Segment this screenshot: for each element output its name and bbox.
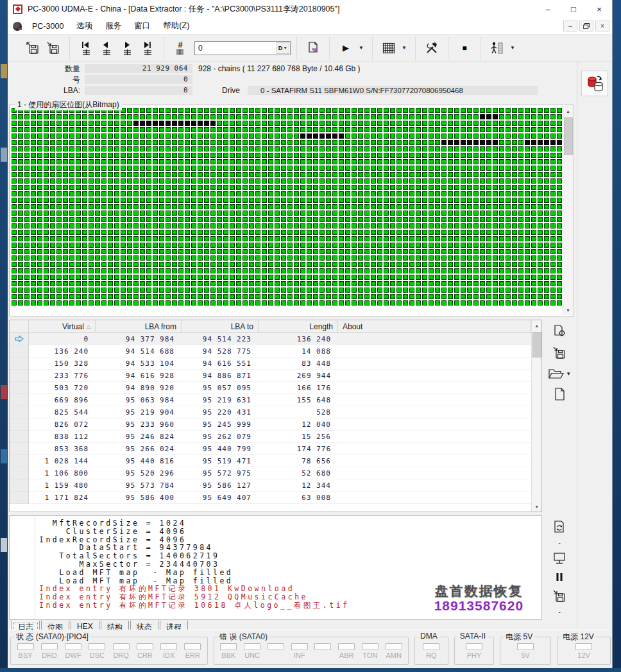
bitmap-cell-used[interactable] [339,288,344,293]
bitmap-cell-used[interactable] [24,172,30,177]
bitmap-cell-used[interactable] [101,178,106,184]
bitmap-cell-used[interactable] [44,281,49,286]
bitmap-cell-used[interactable] [467,217,472,222]
bitmap-cell-used[interactable] [18,275,23,280]
bitmap-cell-used[interactable] [409,114,414,119]
bitmap-cell-used[interactable] [44,230,49,235]
bitmap-cell-used[interactable] [319,166,325,171]
bitmap-cell-used[interactable] [390,172,395,177]
bitmap-cell-used[interactable] [204,108,209,113]
bitmap-cell-used[interactable] [133,127,139,132]
bitmap-cell-used[interactable] [377,223,382,228]
bitmap-cell-used[interactable] [172,134,177,139]
bitmap-cell-used[interactable] [326,300,331,306]
bitmap-cell-used[interactable] [210,275,216,280]
table-row[interactable]: 1 159 48095 573 78495 586 12712 344 [10,479,531,492]
bitmap-cell-used[interactable] [146,204,151,209]
bitmap-cell-used[interactable] [185,146,190,151]
bitmap-cell-used[interactable] [146,108,151,113]
bitmap-cell-used[interactable] [544,223,549,228]
bitmap-cell-used[interactable] [538,191,543,196]
bitmap-cell-used[interactable] [480,281,485,286]
bitmap-cell-used[interactable] [326,146,331,151]
bitmap-cell-used[interactable] [441,172,447,177]
table-row[interactable]: 853 36895 266 02495 440 799174 776 [10,443,531,455]
bitmap-cell-used[interactable] [518,134,523,139]
bitmap-cell-used[interactable] [435,185,440,190]
bitmap-cell-used[interactable] [133,255,139,261]
bitmap-cell-used[interactable] [37,114,42,119]
bitmap-cell-used[interactable] [486,243,491,248]
bitmap-cell-used[interactable] [518,262,523,267]
bitmap-cell-used[interactable] [364,243,370,248]
bitmap-cell-used[interactable] [172,300,177,306]
bitmap-cell-used[interactable] [435,204,440,209]
bitmap-cell-used[interactable] [76,243,81,248]
bitmap-cell-used[interactable] [307,300,312,306]
bitmap-cell-used[interactable] [95,230,100,235]
bitmap-cell-used[interactable] [217,236,222,241]
bitmap-cell-used[interactable] [121,114,126,119]
bitmap-cell-used[interactable] [384,223,389,228]
report-settings-button[interactable] [552,323,567,339]
bitmap-cell-used[interactable] [403,294,408,299]
bitmap-cell-used[interactable] [69,223,74,228]
bitmap-cell-used[interactable] [364,300,370,306]
bitmap-cell-used[interactable] [326,262,331,267]
bitmap-cell-used[interactable] [499,236,504,241]
bitmap-cell-used[interactable] [242,288,248,293]
bitmap-cell-used[interactable] [18,249,23,254]
bitmap-cell-used[interactable] [166,204,171,209]
bitmap-cell-used[interactable] [550,217,556,222]
bitmap-cell-used[interactable] [377,249,382,254]
bitmap-cell-used[interactable] [499,134,504,139]
bitmap-cell-used[interactable] [332,159,337,164]
bitmap-cell-used[interactable] [275,236,280,241]
bitmap-cell-used[interactable] [448,211,453,216]
bitmap-cell-used[interactable] [461,146,466,151]
bitmap-cell-used[interactable] [121,134,126,139]
bitmap-cell-used[interactable] [332,166,337,171]
bitmap-cell-used[interactable] [364,198,370,203]
bitmap-cell-used[interactable] [287,198,293,203]
bitmap-cell-used[interactable] [153,223,158,228]
bitmap-cell-used[interactable] [287,268,293,273]
bitmap-cell-used[interactable] [82,178,87,184]
bitmap-cell-used[interactable] [429,198,434,203]
bitmap-cell-used[interactable] [12,236,17,241]
bitmap-cell-used[interactable] [82,223,87,228]
bitmap-cell-used[interactable] [191,198,196,203]
bitmap-cell-used[interactable] [518,172,523,177]
bitmap-cell-used[interactable] [339,262,344,267]
bitmap-cell-used[interactable] [544,166,549,171]
bitmap-cell-used[interactable] [435,236,440,241]
bitmap-cell-used[interactable] [390,268,395,273]
bitmap-cell-used-bad[interactable] [185,121,190,126]
bitmap-cell-used[interactable] [76,178,81,184]
bitmap-cell-used[interactable] [101,172,106,177]
bitmap-cell-used[interactable] [153,281,158,286]
bitmap-cell-used[interactable] [300,217,305,222]
bitmap-cell-used[interactable] [345,288,350,293]
bitmap-cell-used[interactable] [121,146,126,151]
bitmap-cell-used[interactable] [178,108,183,113]
bitmap-cell-used[interactable] [313,230,318,235]
bitmap-cell-used[interactable] [454,127,459,132]
bitmap-cell-used[interactable] [18,255,23,261]
bitmap-cell-used[interactable] [287,191,293,196]
bitmap-cell-used[interactable] [268,198,273,203]
bitmap-cell-used[interactable] [121,281,126,286]
bitmap-cell-used[interactable] [108,166,113,171]
bitmap-cell-used[interactable] [396,178,402,184]
bitmap-cell-used[interactable] [319,230,325,235]
bitmap-cell-used[interactable] [390,146,395,151]
bitmap-cell-used[interactable] [37,262,42,267]
bitmap-cell-used[interactable] [50,204,55,209]
bitmap-cell-used[interactable] [95,185,100,190]
bitmap-cell-used[interactable] [307,281,312,286]
bitmap-cell-used[interactable] [441,236,447,241]
bitmap-cell-used[interactable] [506,146,511,151]
bitmap-cell-used[interactable] [390,275,395,280]
bitmap-cell-used[interactable] [268,294,273,299]
bitmap-cell-used[interactable] [448,185,453,190]
